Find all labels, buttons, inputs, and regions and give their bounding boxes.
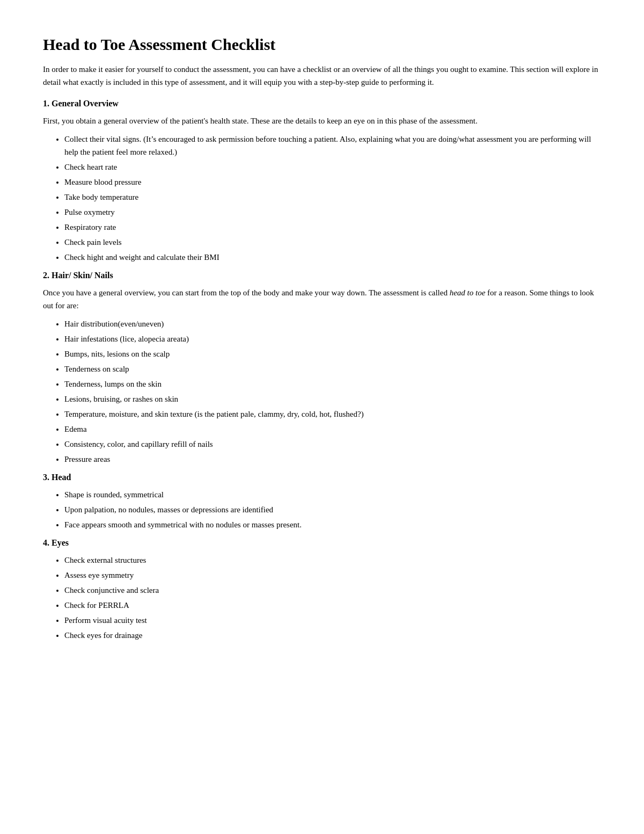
section-text-general-overview: First, you obtain a general overview of … (43, 114, 601, 127)
section-head: 3. HeadShape is rounded, symmetricalUpon… (43, 471, 601, 531)
section-heading-eyes: 4. Eyes (43, 536, 601, 549)
list-item: Check heart rate (64, 161, 601, 173)
section-list-general-overview: Collect their vital signs. (It’s encoura… (64, 133, 601, 264)
section-eyes: 4. EyesCheck external structuresAssess e… (43, 536, 601, 642)
section-general-overview: 1. General OverviewFirst, you obtain a g… (43, 97, 601, 264)
list-item: Check hight and weight and calculate the… (64, 251, 601, 264)
list-item: Hair infestations (lice, alopecia areata… (64, 332, 601, 345)
section-text-hair-skin-nails: Once you have a general overview, you ca… (43, 286, 601, 312)
list-item: Face appears smooth and symmetrical with… (64, 518, 601, 531)
section-list-eyes: Check external structuresAssess eye symm… (64, 554, 601, 642)
list-item: Lesions, bruising, or rashes on skin (64, 393, 601, 405)
section-list-head: Shape is rounded, symmetricalUpon palpat… (64, 488, 601, 531)
list-item: Hair distribution(even/uneven) (64, 317, 601, 330)
list-item: Tenderness, lumps on the skin (64, 378, 601, 390)
list-item: Pressure areas (64, 453, 601, 466)
section-heading-hair-skin-nails: 2. Hair/ Skin/ Nails (43, 269, 601, 282)
list-item: Check conjunctive and sclera (64, 584, 601, 597)
section-heading-head: 3. Head (43, 471, 601, 484)
list-item: Assess eye symmetry (64, 569, 601, 582)
list-item: Check external structures (64, 554, 601, 567)
list-item: Edema (64, 423, 601, 436)
list-item: Upon palpation, no nodules, masses or de… (64, 503, 601, 516)
section-list-hair-skin-nails: Hair distribution(even/uneven)Hair infes… (64, 317, 601, 466)
list-item: Take body temperature (64, 191, 601, 204)
sections-container: 1. General OverviewFirst, you obtain a g… (43, 97, 601, 642)
list-item: Perform visual acuity test (64, 614, 601, 627)
list-item: Respiratory rate (64, 221, 601, 234)
list-item: Check for PERRLA (64, 599, 601, 612)
section-heading-general-overview: 1. General Overview (43, 97, 601, 110)
list-item: Consistency, color, and capillary refill… (64, 438, 601, 451)
list-item: Tenderness on scalp (64, 362, 601, 375)
intro-text: In order to make it easier for yourself … (43, 63, 601, 89)
list-item: Measure blood pressure (64, 176, 601, 188)
list-item: Check eyes for drainage (64, 629, 601, 642)
list-item: Temperature, moisture, and skin texture … (64, 408, 601, 420)
list-item: Pulse oxymetry (64, 206, 601, 219)
page-title: Head to Toe Assessment Checklist (43, 32, 601, 56)
list-item: Collect their vital signs. (It’s encoura… (64, 133, 601, 158)
list-item: Bumps, nits, lesions on the scalp (64, 347, 601, 360)
list-item: Check pain levels (64, 236, 601, 249)
section-hair-skin-nails: 2. Hair/ Skin/ NailsOnce you have a gene… (43, 269, 601, 466)
list-item: Shape is rounded, symmetrical (64, 488, 601, 501)
